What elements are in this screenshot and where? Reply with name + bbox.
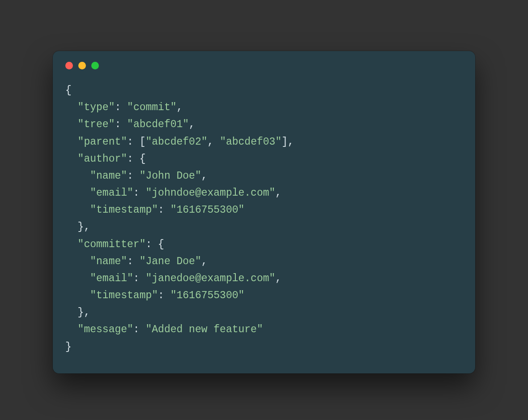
json-key-type: "type" bbox=[78, 102, 115, 113]
json-key-committer-email: "email" bbox=[90, 273, 133, 284]
json-val-author-name: "John Doe" bbox=[140, 170, 201, 182]
json-key-committer-name: "name" bbox=[90, 256, 127, 267]
traffic-light-minimize-icon[interactable] bbox=[78, 62, 86, 69]
json-key-committer: "committer" bbox=[78, 239, 146, 250]
code-block: { "type": "commit", "tree": "abcdef01", … bbox=[53, 72, 475, 368]
brace-open: { bbox=[65, 85, 72, 96]
json-key-author-timestamp: "timestamp" bbox=[90, 204, 158, 216]
json-val-message: "Added new feature" bbox=[145, 324, 263, 335]
traffic-light-zoom-icon[interactable] bbox=[91, 62, 99, 69]
json-val-tree: "abcdef01" bbox=[127, 119, 189, 130]
json-key-author: "author" bbox=[78, 153, 127, 165]
window-titlebar bbox=[53, 51, 475, 72]
json-key-parent: "parent" bbox=[78, 136, 127, 148]
json-val-parent-1: "abcdef03" bbox=[220, 136, 281, 148]
json-key-author-name: "name" bbox=[90, 170, 127, 182]
json-val-committer-email: "janedoe@example.com" bbox=[145, 273, 275, 284]
traffic-light-close-icon[interactable] bbox=[65, 62, 73, 69]
json-val-author-email: "johndoe@example.com" bbox=[145, 187, 275, 199]
brace-close: } bbox=[65, 341, 72, 353]
json-key-tree: "tree" bbox=[78, 119, 115, 130]
json-val-parent-0: "abcdef02" bbox=[145, 136, 207, 148]
json-val-committer-name: "Jane Doe" bbox=[140, 256, 201, 267]
json-key-committer-timestamp: "timestamp" bbox=[90, 290, 158, 301]
json-val-type: "commit" bbox=[127, 102, 176, 113]
json-key-author-email: "email" bbox=[90, 187, 133, 199]
json-val-author-timestamp: "1616755300" bbox=[170, 204, 245, 216]
json-val-committer-timestamp: "1616755300" bbox=[170, 290, 245, 301]
json-key-message: "message" bbox=[78, 324, 133, 335]
code-window: { "type": "commit", "tree": "abcdef01", … bbox=[53, 51, 475, 373]
